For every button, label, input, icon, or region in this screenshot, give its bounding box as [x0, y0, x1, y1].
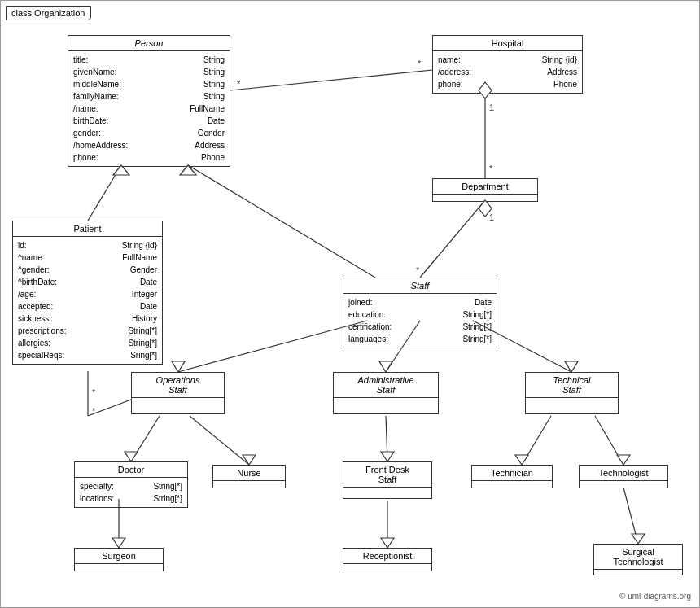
svg-line-39: [623, 488, 638, 544]
class-technical-staff: Technical Staff: [525, 372, 619, 414]
svg-text:*: *: [416, 265, 420, 275]
svg-marker-28: [243, 455, 256, 465]
svg-line-27: [190, 416, 249, 465]
copyright: © uml-diagrams.org: [619, 592, 691, 601]
class-surgeon-name: Surgeon: [75, 549, 163, 564]
class-surgical-technologist: Surgical Technologist: [593, 544, 683, 575]
class-hospital-attrs: name:String {id} /address:Address phone:…: [433, 51, 582, 93]
class-doctor-attrs: specialty:String[*] locations:String[*]: [75, 478, 187, 507]
svg-line-16: [88, 400, 131, 416]
svg-text:*: *: [92, 387, 96, 397]
diagram-container: class Organization Person title:String g…: [0, 0, 700, 608]
class-receptionist-name: Receptionist: [343, 549, 431, 564]
class-doctor: Doctor specialty:String[*] locations:Str…: [74, 461, 188, 508]
class-nurse-name: Nurse: [213, 466, 285, 481]
class-department: Department: [432, 178, 538, 202]
class-technician: Technician: [471, 465, 553, 488]
svg-marker-8: [479, 200, 492, 217]
class-patient-name: Patient: [13, 221, 162, 237]
class-front-desk-staff-name: Front Desk Staff: [343, 462, 431, 488]
class-patient: Patient id:String {id} ^name:FullName ^g…: [12, 221, 163, 365]
svg-text:*: *: [92, 406, 96, 416]
class-hospital-name: Hospital: [433, 36, 582, 51]
svg-text:1: 1: [489, 103, 494, 112]
svg-text:*: *: [418, 59, 422, 68]
svg-marker-32: [515, 455, 528, 465]
class-department-name: Department: [433, 179, 537, 195]
class-technologist: Technologist: [579, 465, 668, 488]
svg-line-29: [386, 416, 387, 461]
class-technologist-name: Technologist: [580, 466, 667, 481]
class-administrative-staff-name: Administrative Staff: [334, 373, 438, 398]
svg-line-0: [230, 70, 432, 90]
svg-marker-38: [381, 538, 394, 548]
class-technical-staff-name: Technical Staff: [526, 373, 618, 398]
svg-marker-22: [379, 361, 392, 372]
class-surgical-technologist-name: Surgical Technologist: [594, 545, 682, 570]
svg-marker-20: [172, 361, 185, 372]
class-operations-staff: Operations Staff: [131, 372, 225, 414]
diagram-title: class Organization: [6, 6, 91, 20]
class-technician-name: Technician: [472, 466, 552, 481]
class-department-attrs: [433, 195, 537, 201]
class-person-name: Person: [68, 36, 230, 51]
class-staff-name: Staff: [343, 278, 497, 294]
svg-line-25: [131, 416, 160, 461]
class-hospital: Hospital name:String {id} /address:Addre…: [432, 35, 583, 94]
svg-marker-24: [565, 361, 578, 372]
class-person-attrs: title:String givenName:String middleName…: [68, 51, 230, 166]
svg-text:1: 1: [489, 212, 494, 222]
svg-marker-26: [125, 452, 138, 461]
class-person: Person title:String givenName:String mid…: [68, 35, 230, 167]
svg-line-33: [595, 416, 623, 465]
svg-text:*: *: [489, 164, 493, 173]
svg-line-13: [188, 165, 375, 278]
svg-line-7: [420, 200, 485, 278]
class-staff: Staff joined:Date education:String[*] ce…: [343, 278, 497, 348]
svg-line-31: [522, 416, 551, 465]
class-patient-attrs: id:String {id} ^name:FullName ^gender:Ge…: [13, 237, 162, 364]
class-operations-staff-name: Operations Staff: [132, 373, 224, 398]
svg-line-11: [88, 165, 121, 221]
class-front-desk-staff: Front Desk Staff: [343, 461, 432, 499]
svg-marker-36: [112, 538, 125, 548]
class-doctor-name: Doctor: [75, 462, 187, 478]
class-administrative-staff: Administrative Staff: [333, 372, 439, 414]
svg-line-19: [178, 321, 367, 372]
svg-marker-30: [381, 452, 394, 461]
class-receptionist: Receptionist: [343, 548, 432, 571]
svg-marker-40: [632, 534, 645, 544]
class-surgeon: Surgeon: [74, 548, 164, 571]
class-nurse: Nurse: [212, 465, 286, 488]
class-staff-attrs: joined:Date education:String[*] certific…: [343, 294, 497, 348]
svg-text:*: *: [237, 79, 241, 89]
svg-marker-34: [617, 455, 630, 465]
